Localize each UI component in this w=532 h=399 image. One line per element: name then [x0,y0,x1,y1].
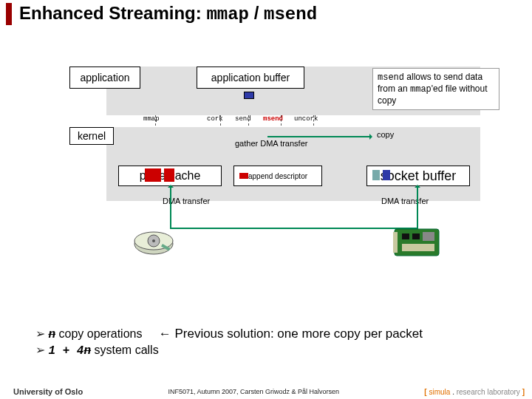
bullet-2: 1 + 4n system calls [35,343,423,358]
simula-lab: research laboratory [457,388,520,396]
socket-data1-icon [372,170,380,180]
application-buffer-box: application buffer [197,66,304,89]
bullet1-text: copy operations [55,327,142,340]
bullet2-formula: 1 + 4 [48,344,83,358]
page-cache-data2-icon [164,168,174,182]
simula-name: simula [429,388,450,396]
svg-rect-9 [423,232,434,241]
footer: University of Oslo INF5071, Autumn 2007,… [0,387,532,396]
footer-simula: [ simula . research laboratory ] [424,388,525,396]
title-sep: / [249,3,264,23]
svg-rect-10 [402,244,434,251]
kernel-band [106,127,480,201]
arrow-send [248,115,249,126]
simula-dot: . [450,388,456,396]
label-uncork: uncork [294,115,318,123]
disk-icon [133,229,174,259]
note-mmap: mmap [410,84,432,95]
gather-dma-label: gather DMA transfer [235,139,307,148]
arrow-cork [220,115,221,126]
svg-rect-7 [402,233,409,239]
bullet-list: n copy operations ← Previous solution: o… [35,327,423,359]
page-cache-data1-icon [145,168,161,182]
label-mmap: mmap [143,115,160,123]
slide-title: Enhanced Streaming: mmap / msend [6,3,317,24]
title-mmap: mmap [206,4,249,24]
arrow-mmap [155,115,156,126]
copy-arrow [267,136,371,137]
simula-bracket-close: ] [520,388,525,396]
svg-point-3 [152,239,155,242]
descriptor-data-icon [239,173,248,179]
bullet-1: n copy operations ← Previous solution: o… [35,327,423,341]
bullet1-n-strike: n [48,328,55,341]
arrow-uncork [313,115,314,126]
dma-arrow-bottom [170,228,418,229]
msend-note: msend allows to send data from an mmap'e… [372,68,499,110]
dma-right-label: DMA transfer [381,197,429,205]
diagram: application application buffer msend all… [69,66,480,259]
application-box: application [69,66,140,89]
title-prefix: Enhanced Streaming: [19,3,206,23]
title-msend: msend [264,4,317,24]
bullet2-text: system calls [91,344,159,356]
svg-rect-8 [412,233,420,239]
title-text: Enhanced Streaming: mmap / msend [19,3,317,24]
footer-course: INF5071, Autumn 2007, Carsten Griwodz & … [168,388,339,395]
kernel-box: kernel [69,127,114,145]
network-card-icon [393,225,445,259]
note-msend: msend [378,72,404,83]
title-accent-bar [6,3,12,25]
dma-arrow-right [417,186,418,228]
socket-data2-icon [383,170,390,180]
app-buffer-data-icon [244,92,254,99]
footer-university: University of Oslo [13,387,83,396]
bullet2-n-strike: n [83,344,91,358]
dma-arrow-left [170,186,171,228]
copy-label: copy [377,130,394,139]
previous-solution: ← Previous solution: one more copy per p… [159,327,423,341]
svg-rect-6 [393,232,398,253]
label-msend: msend [263,115,283,123]
arrow-msend [281,115,282,126]
